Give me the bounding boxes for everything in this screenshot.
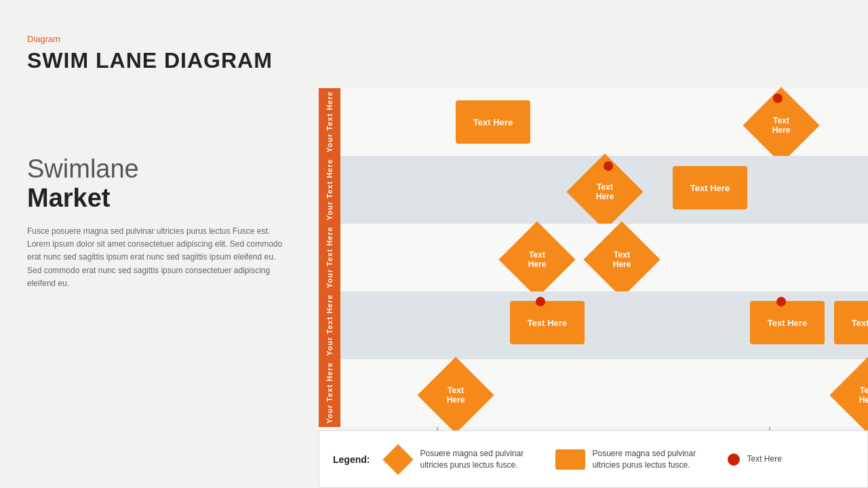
lane-2-label: Your Text Here <box>319 156 340 224</box>
lane3-diamond2: Text Here <box>588 229 656 290</box>
legend-item-3-text: Text Here <box>747 453 781 465</box>
diagram-label: Diagram <box>27 34 285 44</box>
subtitle-light: Swimlane <box>27 155 285 184</box>
lane-1-content: Text Here Text Here <box>340 88 868 156</box>
lane5-diamond1: Text Here <box>422 365 490 426</box>
lane1-rect1: Text Here <box>456 100 530 144</box>
subtitle-bold: Market <box>27 184 285 213</box>
lane-5-label: Your Text Here <box>319 359 340 427</box>
legend-item-1: Posuere magna sed pulvinar ultricies pur… <box>383 445 542 474</box>
left-panel: Diagram SWIM LANE DIAGRAM Swimlane Marke… <box>0 0 312 488</box>
lane2-red-dot <box>604 161 613 171</box>
lane3-diamond1: Text Here <box>503 229 571 290</box>
swim-lanes: Your Text Here Text Here Text Here Your … <box>319 88 868 427</box>
lane1-red-dot <box>773 94 783 103</box>
legend-item-3: Text Here <box>728 453 781 466</box>
lane-2-content: Text Here Text Here <box>340 156 868 224</box>
description: Fusce posuere magna sed pulvinar ultrici… <box>27 225 285 290</box>
lane-1: Your Text Here Text Here Text Here <box>319 88 868 156</box>
legend-dot-icon <box>728 453 740 466</box>
legend-diamond-icon <box>383 445 413 474</box>
lane-4-label: Your Text Here <box>319 291 340 359</box>
legend-item-1-text: Posuere magna sed pulvinar ultricies pur… <box>420 448 542 471</box>
lane4-red-dot2 <box>776 297 786 306</box>
legend-bar: Legend: Posuere magna sed pulvinar ultri… <box>319 430 868 488</box>
lane-3-content: Text Here Text Here <box>340 224 868 291</box>
lane-2: Your Text Here Text Here Text Here <box>319 156 868 224</box>
lane-4: Your Text Here Text Here Text Here Text … <box>319 291 868 359</box>
legend-item-2-text: Posuere magna sed pulvinar ultricies pur… <box>592 448 714 471</box>
lane5-diamond2: Text Here <box>834 365 868 426</box>
lane-5-content: Text Here Text Here <box>340 359 868 427</box>
lane-1-label: Your Text Here <box>319 88 340 156</box>
diagram-area: Your Text Here Text Here Text Here Your … <box>319 88 868 427</box>
lane-3-label: Your Text Here <box>319 224 340 291</box>
lane-3: Your Text Here Text Here Text Here <box>319 224 868 291</box>
legend-item-2: Posuere magna sed pulvinar ultricies pur… <box>555 448 714 471</box>
lane4-rect1: Text Here <box>510 301 585 344</box>
main-title: SWIM LANE DIAGRAM <box>27 48 285 73</box>
lane2-diamond1: Text Here <box>571 161 639 222</box>
legend-rect-icon <box>555 449 585 470</box>
lane-5: Your Text Here Text Here Text Here <box>319 359 868 427</box>
lane4-rect2: Text Here <box>750 301 825 344</box>
lane2-rect1: Text Here <box>673 166 747 209</box>
lane4-red-dot1 <box>536 297 545 306</box>
lane1-diamond1: Text Here <box>747 95 815 156</box>
lane4-rect3: Text Here <box>834 301 868 344</box>
legend-label: Legend: <box>333 454 370 465</box>
lane-4-content: Text Here Text Here Text Here <box>340 291 868 359</box>
